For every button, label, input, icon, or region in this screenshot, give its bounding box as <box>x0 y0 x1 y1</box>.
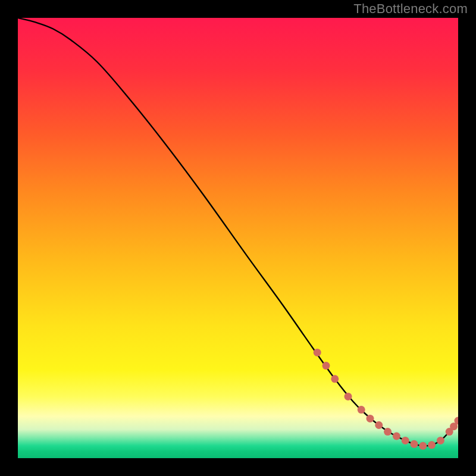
marker-dot <box>331 375 339 383</box>
marker-dot <box>393 433 400 440</box>
marker-dot <box>314 349 321 356</box>
marker-dot <box>345 393 352 400</box>
marker-dot <box>358 406 365 414</box>
bottleneck-chart <box>18 18 458 458</box>
marker-dot <box>402 437 409 444</box>
marker-dot <box>322 362 330 369</box>
plot-area <box>18 18 458 458</box>
gradient-background <box>18 18 458 458</box>
chart-container: TheBottleneck.com <box>0 0 476 476</box>
marker-dot <box>375 421 383 429</box>
marker-dot <box>437 437 444 444</box>
attribution-text: TheBottleneck.com <box>353 1 468 17</box>
marker-dot <box>419 442 427 450</box>
marker-dot <box>367 415 374 422</box>
marker-dot <box>384 428 392 436</box>
marker-dot <box>428 441 436 449</box>
marker-dot <box>411 440 418 448</box>
